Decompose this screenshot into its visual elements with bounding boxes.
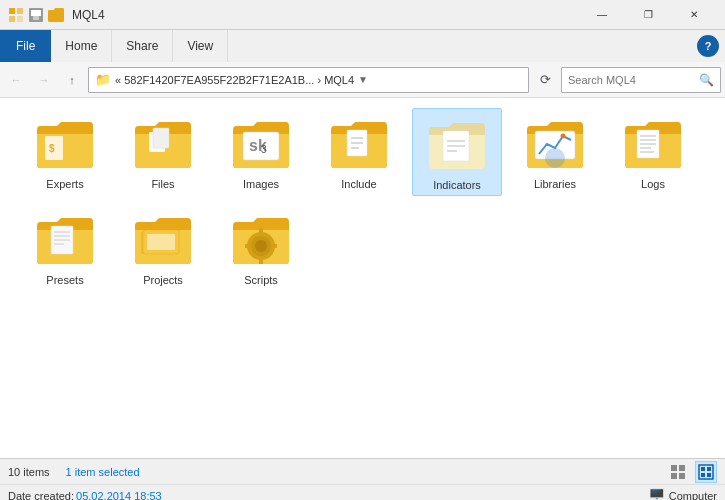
small-icons-button[interactable] (667, 461, 689, 483)
computer-label: 🖥️ Computer (648, 488, 717, 501)
folder-experts[interactable]: $ Experts (20, 108, 110, 196)
item-count: 10 items (8, 466, 50, 478)
folder-scripts-label: Scripts (244, 274, 278, 286)
svg-text:3: 3 (261, 144, 267, 155)
svg-rect-50 (701, 467, 705, 471)
svg-rect-41 (259, 228, 263, 234)
folder-include-icon (327, 112, 391, 176)
svg-rect-2 (9, 16, 15, 22)
folder-projects[interactable]: Projects (118, 204, 208, 290)
svg-rect-48 (679, 473, 685, 479)
computer-icon: 🖥️ (648, 488, 665, 501)
folder-images[interactable]: sk 3 Images (216, 108, 306, 196)
share-tab[interactable]: Share (112, 30, 173, 62)
view-controls (667, 461, 717, 483)
info-value: 05.02.2014 18:53 (76, 490, 162, 501)
help-button[interactable]: ? (697, 35, 719, 57)
svg-text:$: $ (49, 143, 55, 154)
up-button[interactable]: ↑ (60, 68, 84, 92)
search-input[interactable] (568, 74, 699, 86)
folder-projects-label: Projects (143, 274, 183, 286)
info-label: Date created: (8, 490, 74, 501)
folder-logs-label: Logs (641, 178, 665, 190)
folder-presets-icon (33, 208, 97, 272)
svg-rect-37 (147, 234, 175, 250)
close-button[interactable]: ✕ (671, 0, 717, 30)
file-tab[interactable]: File (0, 30, 51, 62)
ribbon-tabs: Home Share View ? (51, 30, 725, 62)
folder-logs-icon (621, 112, 685, 176)
folder-files[interactable]: Files (118, 108, 208, 196)
svg-rect-5 (31, 10, 41, 16)
folder-icon-title (48, 7, 64, 23)
svg-rect-1 (17, 8, 23, 14)
svg-rect-43 (245, 244, 251, 248)
folder-experts-icon: $ (33, 112, 97, 176)
svg-rect-3 (17, 16, 23, 22)
svg-rect-47 (671, 473, 677, 479)
forward-button[interactable]: → (32, 68, 56, 92)
svg-rect-52 (701, 473, 705, 477)
title-bar-icons (8, 7, 64, 23)
folder-indicators-icon (425, 113, 489, 177)
folder-presets[interactable]: Presets (20, 204, 110, 290)
svg-rect-10 (153, 128, 169, 148)
address-path[interactable]: 📁 « 582F1420F7EA955F22B2F71E2A1B... › MQ… (88, 67, 529, 93)
home-tab[interactable]: Home (51, 30, 112, 62)
item-selected: 1 item selected (66, 466, 140, 478)
svg-rect-42 (259, 258, 263, 264)
view-tab[interactable]: View (173, 30, 228, 62)
folder-projects-icon (131, 208, 195, 272)
path-folder-icon: 📁 (95, 72, 111, 87)
status-bar: 10 items 1 item selected (0, 458, 725, 484)
svg-point-23 (561, 134, 566, 139)
svg-rect-0 (9, 8, 15, 14)
folder-images-label: Images (243, 178, 279, 190)
folder-logs[interactable]: Logs (608, 108, 698, 196)
folder-files-icon (131, 112, 195, 176)
folder-scripts[interactable]: Scripts (216, 204, 306, 290)
app-icon (8, 7, 24, 23)
folder-libraries-label: Libraries (534, 178, 576, 190)
large-icons-button[interactable] (695, 461, 717, 483)
file-area: $ Experts Files sk 3 Images (0, 98, 725, 458)
minimize-button[interactable]: — (579, 0, 625, 30)
svg-point-24 (545, 148, 565, 168)
computer-text: Computer (669, 490, 717, 501)
folder-libraries-icon (523, 112, 587, 176)
folder-experts-label: Experts (46, 178, 83, 190)
svg-rect-51 (707, 467, 711, 471)
folder-include[interactable]: Include (314, 108, 404, 196)
folder-include-label: Include (341, 178, 376, 190)
folder-images-icon: sk 3 (229, 112, 293, 176)
title-bar: MQL4 — ❐ ✕ (0, 0, 725, 30)
restore-button[interactable]: ❐ (625, 0, 671, 30)
address-bar: ← → ↑ 📁 « 582F1420F7EA955F22B2F71E2A1B..… (0, 62, 725, 98)
folder-indicators[interactable]: Indicators (412, 108, 502, 196)
svg-rect-45 (671, 465, 677, 471)
svg-point-40 (255, 240, 267, 252)
folder-scripts-icon (229, 208, 293, 272)
folder-files-label: Files (151, 178, 174, 190)
svg-rect-44 (271, 244, 277, 248)
ribbon: File Home Share View ? (0, 30, 725, 62)
info-bar: Date created: 05.02.2014 18:53 🖥️ Comput… (0, 484, 725, 500)
svg-rect-53 (707, 473, 711, 477)
folder-presets-label: Presets (46, 274, 83, 286)
back-button[interactable]: ← (4, 68, 28, 92)
folder-indicators-label: Indicators (433, 179, 481, 191)
svg-rect-6 (33, 16, 39, 20)
save-icon (28, 7, 44, 23)
folder-libraries[interactable]: Libraries (510, 108, 600, 196)
refresh-button[interactable]: ⟳ (533, 68, 557, 92)
title-text: MQL4 (72, 8, 579, 22)
search-icon: 🔍 (699, 73, 714, 87)
search-box[interactable]: 🔍 (561, 67, 721, 93)
address-path-text: « 582F1420F7EA955F22B2F71E2A1B... › MQL4 (115, 74, 354, 86)
window-controls: — ❐ ✕ (579, 0, 717, 30)
svg-rect-46 (679, 465, 685, 471)
path-dropdown-icon: ▼ (358, 74, 368, 85)
